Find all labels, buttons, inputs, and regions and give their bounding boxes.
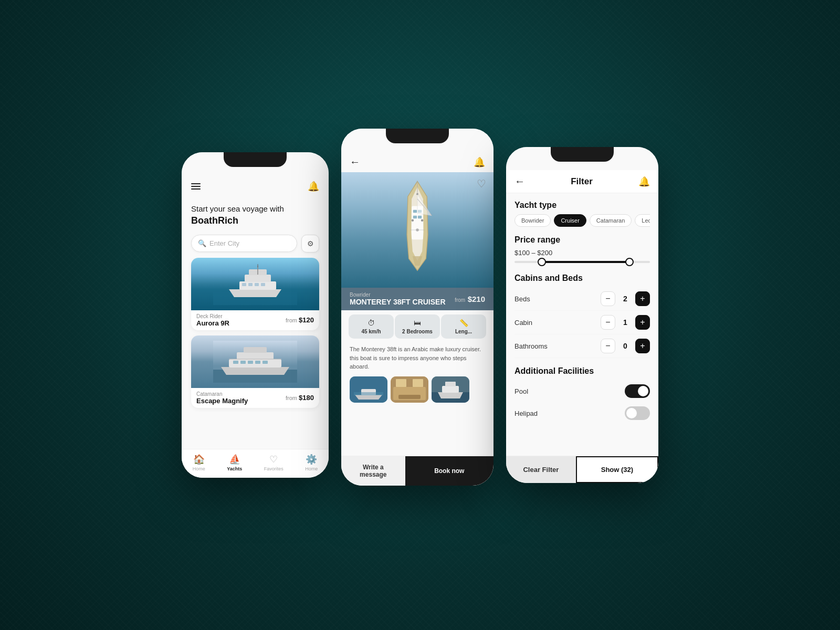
search-section: 🔍 Enter City ⚙ [191, 235, 319, 253]
filter-body: Yacht type Bowrider Cruiser Catamaran Le… [506, 193, 658, 456]
helipad-facility-row: Helipad [514, 402, 650, 424]
yacht-type-label: Bowrider [350, 292, 446, 298]
pool-label: Pool [514, 387, 528, 395]
yacht-card-2[interactable]: Catamaran Escape Magnify from $180 [191, 335, 319, 408]
svg-rect-2 [245, 275, 271, 282]
thumb-yacht-1 [350, 376, 387, 403]
yacht-card-info-2: Catamaran Escape Magnify from $180 [191, 388, 319, 408]
clear-filter-button[interactable]: Clear Filter [506, 456, 576, 483]
facilities-section: Additional Facilities Pool Helipad [514, 366, 650, 424]
cabin-value: 1 [622, 318, 629, 327]
helipad-toggle-knob [626, 408, 637, 418]
stat-speed: ⏱ 45 km/h [349, 314, 394, 339]
price-range-track [514, 261, 650, 263]
svg-rect-25 [418, 216, 422, 218]
svg-rect-38 [396, 379, 406, 387]
phone-detail: ← 🔔 [341, 129, 494, 486]
beds-decrement[interactable]: − [601, 291, 615, 306]
bathrooms-decrement[interactable]: − [601, 339, 615, 353]
type-leono[interactable]: Leono... [635, 214, 650, 227]
price-value-1: $120 [299, 316, 314, 324]
favorite-heart[interactable]: ♡ [477, 177, 486, 190]
cabins-beds-section: Cabins and Beds Beds − 2 + Cabin − 1 + [514, 274, 650, 358]
range-thumb-right[interactable] [625, 258, 634, 266]
yacht-card-1[interactable]: Deck Rider Aurora 9R from $120 [191, 258, 319, 330]
type-cruiser[interactable]: Cruiser [554, 214, 586, 227]
filter-title: Filter [525, 176, 638, 187]
beds-counter-row: Beds − 2 + [514, 287, 650, 311]
filter-header: ← Filter 🔔 [506, 170, 658, 193]
back-button[interactable]: ← [350, 156, 360, 168]
filter-footer: Clear Filter Show (32) [506, 456, 658, 483]
filter-button[interactable]: ⚙ [301, 235, 319, 253]
nav-yachts[interactable]: ⛵ Yachts [227, 454, 242, 471]
favorites-nav-icon: ♡ [269, 454, 278, 465]
stat-bedrooms: 🛏 2 Bedrooms [395, 314, 440, 339]
yacht-image-2 [191, 335, 319, 388]
detail-bell[interactable]: 🔔 [474, 156, 485, 168]
svg-rect-40 [398, 395, 421, 399]
beds-value: 2 [622, 295, 629, 303]
pool-toggle[interactable] [625, 384, 650, 398]
filter-back-button[interactable]: ← [514, 175, 525, 187]
thumb-1[interactable] [350, 376, 387, 403]
book-button[interactable]: Book now [405, 456, 494, 486]
bottom-nav: 🏠 Home ⛵ Yachts ♡ Favorites ⚙️ Home [182, 449, 329, 478]
svg-rect-7 [261, 283, 265, 286]
detail-header: ← 🔔 [341, 152, 494, 172]
svg-rect-13 [237, 352, 274, 360]
yacht-hero-image: ♡ [341, 172, 494, 288]
thumb-3[interactable] [432, 376, 469, 403]
nav-favorites[interactable]: ♡ Favorites [264, 454, 284, 471]
svg-rect-43 [442, 386, 459, 393]
range-thumb-left[interactable] [538, 258, 546, 266]
aerial-yacht-illustration [381, 177, 454, 282]
svg-rect-18 [255, 361, 260, 364]
phone-filter: ← Filter 🔔 Yacht type Bowrider Cruiser C… [506, 147, 658, 483]
bathrooms-value: 0 [622, 342, 629, 350]
price-prefix-1: from [286, 317, 297, 323]
svg-rect-19 [262, 361, 268, 364]
show-results-button[interactable]: Show (32) [576, 456, 658, 483]
notification-bell[interactable]: 🔔 [308, 181, 319, 192]
nav-settings[interactable]: ⚙️ Home [305, 454, 318, 471]
nav-settings-label: Home [305, 466, 318, 471]
type-catamaran[interactable]: Catamaran [590, 214, 632, 227]
svg-rect-14 [244, 347, 267, 353]
message-button[interactable]: Write a message [341, 456, 405, 486]
speed-icon: ⏱ [368, 319, 375, 327]
yacht-description: The Monterey 38ft is an Arabic make luxu… [341, 343, 494, 374]
yacht-illustration-1 [213, 263, 297, 305]
type-bowrider[interactable]: Bowrider [514, 214, 551, 227]
home-tagline: Start your sea voyage with BoathRich [182, 196, 329, 229]
phone-notch-3 [551, 147, 614, 162]
beds-increment[interactable]: + [635, 291, 650, 306]
menu-icon[interactable] [191, 183, 201, 190]
bathrooms-counter-row: Bathrooms − 0 + [514, 334, 650, 358]
thumb-2[interactable] [391, 376, 428, 403]
yacht-card-info-1: Deck Rider Aurora 9R from $120 [191, 310, 319, 330]
bathrooms-label: Bathrooms [514, 342, 548, 350]
yacht-price-1: from $120 [286, 316, 314, 324]
yacht-type-section: Yacht type Bowrider Cruiser Catamaran Le… [514, 201, 650, 227]
helipad-label: Helipad [514, 410, 538, 417]
beds-label: Beds [514, 295, 530, 303]
bathrooms-increment[interactable]: + [635, 339, 650, 353]
yacht-type-pills: Bowrider Cruiser Catamaran Leono... [514, 214, 650, 227]
svg-rect-17 [248, 361, 253, 364]
tagline-text: Start your sea voyage with [191, 204, 284, 213]
helipad-toggle[interactable] [625, 406, 650, 420]
home-header: 🔔 [182, 175, 329, 196]
search-bar[interactable]: 🔍 Enter City [191, 235, 297, 252]
price-range-section: Price range $100 – $200 [514, 235, 650, 265]
nav-home[interactable]: 🏠 Home [193, 454, 205, 471]
svg-rect-24 [413, 216, 417, 218]
detail-price-value: $210 [468, 295, 485, 303]
price-prefix-2: from [286, 395, 297, 401]
svg-rect-35 [354, 392, 383, 395]
filter-bell[interactable]: 🔔 [638, 176, 650, 187]
cabin-decrement[interactable]: − [601, 315, 615, 330]
sliders-icon: ⚙ [307, 239, 314, 248]
svg-rect-15 [233, 361, 238, 364]
cabin-increment[interactable]: + [635, 315, 650, 330]
